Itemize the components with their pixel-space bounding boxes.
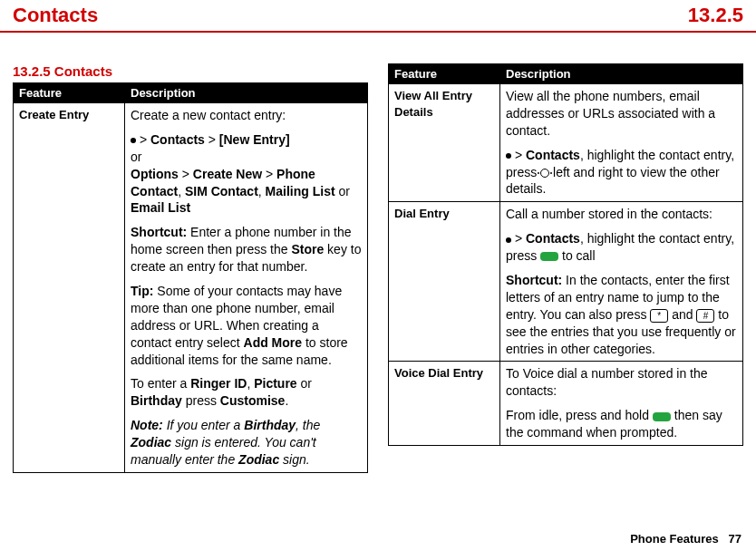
r1-intro: View all the phone numbers, email addres… bbox=[506, 89, 715, 138]
new-entry-label: [New Entry] bbox=[219, 132, 290, 147]
shortcut-label: Shortcut: bbox=[131, 225, 187, 239]
note-text-b: , the bbox=[296, 418, 320, 432]
footer-section: Phone Features bbox=[630, 532, 719, 546]
contacts-label: Contacts bbox=[526, 148, 580, 162]
table-header-row: Feature Description bbox=[389, 64, 743, 84]
center-key-icon bbox=[506, 237, 511, 243]
zodiac-label-2: Zodiac bbox=[238, 452, 279, 467]
r3-path: From idle, press and hold then say the c… bbox=[506, 407, 737, 441]
r2-text-c: to call bbox=[558, 248, 595, 263]
contacts-label: Contacts bbox=[526, 231, 580, 246]
mailing-list-label: Mailing List bbox=[266, 184, 335, 198]
email-list-label: Email List bbox=[131, 200, 190, 215]
nav-path-2: Options > Create New > Phone Contact, SI… bbox=[131, 166, 362, 218]
note-text-d: sign. bbox=[279, 452, 309, 467]
footer-page: 77 bbox=[729, 532, 741, 546]
enter-para: To enter a Ringer ID, Picture or Birthda… bbox=[131, 375, 362, 410]
contacts-label: Contacts bbox=[150, 132, 205, 147]
table-row: Dial Entry Call a number stored in the c… bbox=[389, 202, 743, 362]
or-text: or bbox=[131, 149, 362, 166]
header-title: Contacts bbox=[13, 4, 98, 27]
description-cell: View all the phone numbers, email addres… bbox=[500, 84, 743, 202]
r3-text-a: From idle, press and hold bbox=[506, 408, 653, 422]
nav-key-icon bbox=[540, 169, 549, 178]
description-cell: To Voice dial a number stored in the con… bbox=[500, 362, 743, 446]
enter-text-a: To enter a bbox=[131, 376, 190, 391]
customise-label: Customise bbox=[220, 393, 286, 408]
send-key-icon bbox=[653, 412, 671, 421]
th-feature: Feature bbox=[14, 83, 125, 103]
th-description: Description bbox=[125, 83, 368, 103]
note-text-a: If you enter a bbox=[163, 418, 245, 432]
birthday-label-2: Birthday bbox=[244, 418, 296, 432]
feature-cell: View All Entry Details bbox=[389, 84, 500, 202]
feature-cell: Create Entry bbox=[14, 103, 125, 473]
th-description: Description bbox=[500, 64, 743, 84]
nav-path-1: > Contacts > [New Entry] bbox=[131, 131, 362, 149]
store-key-label: Store bbox=[291, 242, 324, 256]
enter-text-b: press bbox=[182, 393, 220, 408]
tip-label: Tip: bbox=[131, 284, 153, 298]
left-column: 13.2.5 Contacts Feature Description Crea… bbox=[13, 63, 368, 473]
picture-label: Picture bbox=[254, 376, 296, 391]
r2-intro: Call a number stored in the contacts: bbox=[506, 207, 712, 221]
table-row: Voice Dial Entry To Voice dial a number … bbox=[389, 362, 743, 446]
table-row: Create Entry Create a new contact entry:… bbox=[14, 103, 368, 473]
zodiac-label: Zodiac bbox=[131, 435, 171, 450]
table-header-row: Feature Description bbox=[14, 83, 368, 103]
center-key-icon bbox=[506, 153, 511, 159]
header-version: 13.2.5 bbox=[688, 4, 743, 27]
note-label: Note: bbox=[131, 418, 163, 432]
center-key-icon bbox=[131, 138, 136, 143]
description-cell: Create a new contact entry: > Contacts >… bbox=[125, 103, 368, 473]
th-feature: Feature bbox=[389, 64, 500, 84]
content-columns: 13.2.5 Contacts Feature Description Crea… bbox=[0, 33, 756, 473]
r1-path: > Contacts, highlight the contact entry,… bbox=[506, 147, 737, 198]
birthday-label: Birthday bbox=[131, 393, 182, 408]
shortcut-para: Shortcut: Enter a phone number in the ho… bbox=[131, 224, 362, 276]
right-column: Feature Description View All Entry Detai… bbox=[388, 63, 743, 473]
create-new-label: Create New bbox=[193, 167, 262, 181]
feature-cell: Voice Dial Entry bbox=[389, 362, 500, 446]
table-row: View All Entry Details View all the phon… bbox=[389, 84, 743, 202]
r2-path: > Contacts, highlight the contact entry,… bbox=[506, 230, 737, 265]
description-cell: Call a number stored in the contacts: > … bbox=[500, 202, 743, 362]
section-title: 13.2.5 Contacts bbox=[13, 63, 368, 79]
ringer-id-label: Ringer ID bbox=[190, 376, 247, 391]
right-table: Feature Description View All Entry Detai… bbox=[388, 63, 743, 446]
r2-short-b: and bbox=[668, 307, 696, 322]
shortcut-label: Shortcut: bbox=[506, 273, 562, 287]
options-label: Options bbox=[131, 167, 179, 181]
send-key-icon bbox=[540, 252, 558, 261]
feature-cell: Dial Entry bbox=[389, 202, 500, 362]
hash-key-icon: # bbox=[696, 309, 714, 323]
tip-para: Tip: Some of your contacts may have more… bbox=[131, 283, 362, 368]
sim-contact-label: SIM Contact bbox=[185, 184, 258, 198]
page-footer: Phone Features 77 bbox=[630, 532, 741, 546]
page-header: Contacts 13.2.5 bbox=[0, 0, 756, 33]
r2-shortcut: Shortcut: In the contacts, enter the fir… bbox=[506, 272, 737, 357]
add-more-label: Add More bbox=[244, 335, 303, 350]
star-key-icon: * bbox=[650, 309, 668, 323]
intro-text: Create a new contact entry: bbox=[131, 108, 286, 122]
left-table: Feature Description Create Entry Create … bbox=[13, 82, 368, 473]
r3-intro: To Voice dial a number stored in the con… bbox=[506, 366, 708, 398]
note-para: Note: If you enter a Birthday, the Zodia… bbox=[131, 417, 362, 469]
